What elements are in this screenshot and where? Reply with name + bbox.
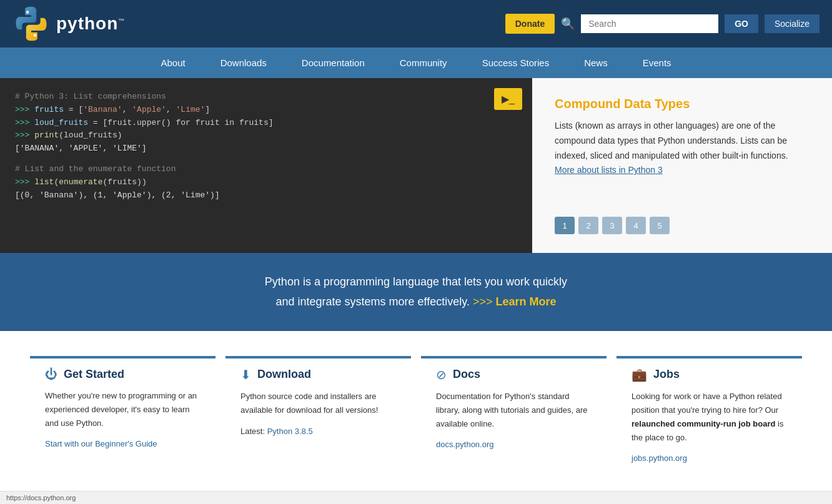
socialize-button[interactable]: Socialize <box>765 14 820 33</box>
header: python™ Donate 🔍 GO Socialize <box>0 0 832 47</box>
nav-events[interactable]: Events <box>625 47 689 78</box>
card-get-started-title: Get Started <box>64 368 124 381</box>
logo-area: python™ <box>12 5 505 42</box>
info-panel: Compound Data Types Lists (known as arra… <box>532 78 832 253</box>
nav-documentation[interactable]: Documentation <box>284 47 382 78</box>
code-output2: [(0, 'Banana'), (1, 'Apple'), (2, 'Lime'… <box>15 189 517 202</box>
python-logo-icon <box>12 5 50 42</box>
download-icon: ⬇ <box>240 367 251 382</box>
status-url: https://docs.python.org <box>6 494 76 495</box>
docs-link[interactable]: docs.python.org <box>436 440 494 449</box>
tagline-section: Python is a programming language that le… <box>0 253 832 331</box>
donate-button[interactable]: Donate <box>505 14 555 34</box>
docs-icon: ⊘ <box>436 367 447 382</box>
card-download-header: ⬇ Download <box>240 358 396 382</box>
code-line3: >>> print(loud_fruits) <box>15 129 517 142</box>
code-output1: ['BANANA', 'APPLE', 'LIME'] <box>15 142 517 156</box>
slide-dot-2[interactable]: 2 <box>578 217 598 234</box>
card-docs-text: Documentation for Python's standard libr… <box>436 390 592 431</box>
svg-point-1 <box>34 34 36 36</box>
card-jobs: 💼 Jobs Looking for work or have a Python… <box>617 356 802 476</box>
hero-section: ▶_ # Python 3: List comprehensions >>> f… <box>0 78 832 253</box>
nav-about[interactable]: About <box>143 47 202 78</box>
beginners-guide-link[interactable]: Start with our Beginner's Guide <box>45 439 157 448</box>
header-actions: Donate 🔍 GO Socialize <box>505 14 820 34</box>
code-line1: >>> fruits = ['Banana', 'Apple', 'Lime'] <box>15 104 517 117</box>
power-icon: ⏻ <box>45 367 57 382</box>
code-line2: >>> loud_fruits = [fruit.upper() for fru… <box>15 117 517 130</box>
cards-section: ⏻ Get Started Whether you're new to prog… <box>0 331 832 495</box>
card-jobs-header: 💼 Jobs <box>631 358 787 382</box>
site-title: python™ <box>56 14 125 34</box>
code-comment2: # List and the enumerate function <box>15 163 517 176</box>
slide-dot-5[interactable]: 5 <box>650 217 670 234</box>
card-get-started-header: ⏻ Get Started <box>45 358 201 382</box>
nav-success-stories[interactable]: Success Stories <box>465 47 567 78</box>
card-download-version: Latest: Python 3.8.5 <box>240 425 396 438</box>
svg-point-0 <box>26 11 29 13</box>
card-docs: ⊘ Docs Documentation for Python's standa… <box>421 356 607 476</box>
main-nav: About Downloads Documentation Community … <box>0 47 832 78</box>
jobs-icon: 💼 <box>631 367 647 382</box>
slide-dot-1[interactable]: 1 <box>555 217 575 234</box>
slide-dot-4[interactable]: 4 <box>626 217 646 234</box>
search-icon: 🔍 <box>561 17 575 31</box>
card-jobs-text: Looking for work or have a Python relate… <box>631 390 787 445</box>
tagline-arrow: >>> <box>473 295 493 308</box>
code-panel: ▶_ # Python 3: List comprehensions >>> f… <box>0 78 532 253</box>
slide-dot-3[interactable]: 3 <box>602 217 622 234</box>
card-get-started-text: Whether you're new to programming or an … <box>45 389 201 430</box>
code-comment1: # Python 3: List comprehensions <box>15 91 517 104</box>
card-download-title: Download <box>257 368 311 381</box>
info-link[interactable]: More about lists in Python 3 <box>555 165 663 175</box>
nav-downloads[interactable]: Downloads <box>203 47 284 78</box>
nav-community[interactable]: Community <box>382 47 465 78</box>
card-get-started: ⏻ Get Started Whether you're new to prog… <box>30 356 215 476</box>
info-title: Compound Data Types <box>555 97 810 111</box>
card-download-text: Python source code and installers are av… <box>240 390 396 417</box>
go-button[interactable]: GO <box>725 14 758 33</box>
card-docs-header: ⊘ Docs <box>436 358 592 382</box>
slide-dots: 1 2 3 4 5 <box>555 217 810 234</box>
tagline-text: Python is a programming language that le… <box>12 272 820 312</box>
card-docs-title: Docs <box>453 368 480 381</box>
card-jobs-title: Jobs <box>653 368 680 381</box>
jobs-link[interactable]: jobs.python.org <box>631 453 687 463</box>
status-bar: https://docs.python.org <box>0 491 832 495</box>
info-text: Lists (known as arrays in other language… <box>555 119 810 178</box>
learn-more-link[interactable]: Learn More <box>496 295 557 308</box>
nav-news[interactable]: News <box>567 47 625 78</box>
card-download: ⬇ Download Python source code and instal… <box>225 356 411 476</box>
python-version-link[interactable]: Python 3.8.5 <box>267 427 313 436</box>
code-line4: >>> list(enumerate(fruits)) <box>15 176 517 189</box>
search-input[interactable] <box>581 14 718 33</box>
run-code-button[interactable]: ▶_ <box>494 88 522 110</box>
